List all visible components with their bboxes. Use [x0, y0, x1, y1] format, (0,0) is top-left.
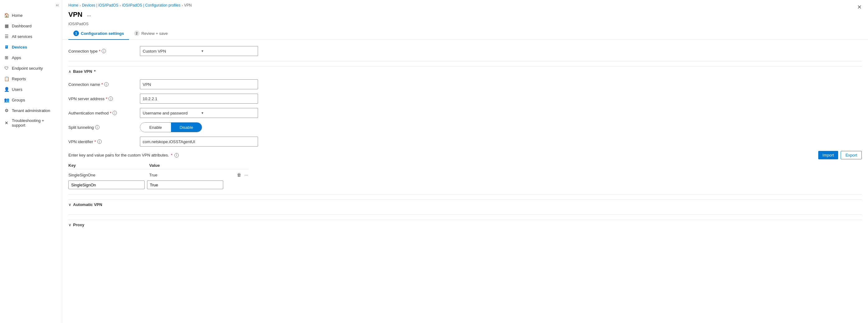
endpoint-security-icon: 🛡	[4, 65, 9, 71]
import-button[interactable]: Import	[818, 151, 838, 159]
sidebar-item-endpoint-security[interactable]: 🛡 Endpoint security	[0, 63, 62, 74]
split-tunneling-label: Split tunneling i	[68, 125, 137, 130]
breadcrumb-sep-3: ›	[182, 3, 183, 7]
sidebar-item-troubleshooting[interactable]: ✕ Troubleshooting + support	[0, 116, 62, 130]
split-tunneling-info-icon[interactable]: i	[95, 125, 99, 129]
auth-method-chevron: ▾	[199, 111, 258, 115]
close-button[interactable]: ✕	[857, 4, 862, 10]
vpn-identifier-row: VPN identifier * i	[68, 137, 862, 147]
kv-col-val-header: Value	[149, 163, 249, 168]
auth-method-label: Authentication method * i	[68, 111, 137, 115]
base-vpn-section-header[interactable]: ∧ Base VPN *	[68, 66, 862, 76]
ellipsis-button[interactable]: ...	[85, 11, 93, 18]
all-services-icon: ☰	[4, 34, 9, 39]
auth-method-select[interactable]: Username and password ▾	[140, 108, 258, 118]
kv-row-value: True	[149, 173, 236, 177]
tab-label-config: Configuration settings	[81, 31, 124, 36]
connection-type-select[interactable]: Custom VPN ▾	[140, 46, 258, 56]
connection-name-input[interactable]	[140, 79, 258, 89]
kv-key-input[interactable]	[68, 180, 145, 189]
kv-row-key: SingleSignOne	[68, 173, 149, 177]
automatic-vpn-section-header[interactable]: ∨ Automatic VPN	[68, 200, 862, 209]
sidebar-item-dashboard[interactable]: ▦ Dashboard	[0, 21, 62, 31]
tabs-bar: 1 Configuration settings 2 Review + save	[62, 28, 868, 40]
divider-3	[68, 214, 862, 215]
tab-label-review: Review + save	[142, 31, 168, 36]
page-subtitle: iOS/iPadOS	[62, 22, 868, 26]
required-asterisk: *	[99, 49, 100, 54]
automatic-vpn-label: Automatic VPN	[73, 202, 102, 207]
automatic-vpn-chevron-icon: ∨	[68, 203, 71, 207]
connection-type-row: Connection type * i Custom VPN ▾	[68, 46, 862, 56]
dashboard-icon: ▦	[4, 23, 9, 29]
proxy-section-header[interactable]: ∨ Proxy	[68, 220, 862, 230]
page-header: VPN ...	[62, 9, 868, 22]
groups-icon: 👥	[4, 97, 9, 103]
tab-number-1: 1	[73, 30, 79, 36]
vpn-server-address-row: VPN server address * i	[68, 94, 862, 104]
sidebar-item-label: Troubleshooting + support	[12, 118, 58, 127]
sidebar-item-label: Home	[12, 13, 23, 18]
breadcrumb-config-profiles[interactable]: iOS/iPadOS | Configuration profiles	[122, 3, 181, 7]
base-vpn-label: Base VPN	[73, 69, 92, 74]
auth-method-info-icon[interactable]: i	[113, 111, 117, 115]
content-area: Connection type * i Custom VPN ▾ ∧ Base …	[62, 40, 868, 323]
divider-1	[68, 61, 862, 61]
breadcrumb-sep-1: ›	[80, 3, 81, 7]
sidebar-item-apps[interactable]: ⊞ Apps	[0, 52, 62, 63]
devices-icon: 🖥	[4, 44, 9, 50]
sidebar-item-devices[interactable]: 🖥 Devices	[0, 42, 62, 52]
breadcrumb-devices[interactable]: Devices | iOS/iPadOS	[82, 3, 119, 7]
auth-method-value: Username and password	[140, 111, 199, 115]
divider-2	[68, 194, 862, 195]
kv-label-row: Enter key and value pairs for the custom…	[68, 151, 862, 159]
vpn-identifier-input[interactable]	[140, 137, 258, 147]
sidebar-item-groups[interactable]: 👥 Groups	[0, 95, 62, 105]
connection-name-info-icon[interactable]: i	[104, 82, 108, 87]
kv-table: Key Value SingleSignOne True 🗑 ···	[68, 162, 249, 189]
proxy-chevron-icon: ∨	[68, 223, 71, 227]
kv-value-input[interactable]	[147, 180, 223, 189]
proxy-label: Proxy	[73, 223, 84, 227]
sidebar-item-label: Reports	[12, 77, 26, 81]
breadcrumb-home[interactable]: Home	[68, 3, 79, 7]
breadcrumb: Home › Devices | iOS/iPadOS › iOS/iPadOS…	[62, 0, 868, 9]
vpn-server-address-label: VPN server address * i	[68, 96, 137, 101]
split-tunneling-row: Split tunneling i Enable Disable	[68, 122, 862, 132]
tab-number-2: 2	[134, 30, 140, 36]
vpn-server-address-input[interactable]	[140, 94, 258, 104]
sidebar-item-label: Apps	[12, 55, 21, 60]
kv-more-button[interactable]: ···	[244, 172, 249, 178]
table-row: SingleSignOne True 🗑 ···	[68, 171, 249, 179]
tab-configuration-settings[interactable]: 1 Configuration settings	[68, 28, 129, 40]
split-tunneling-toggle[interactable]: Enable Disable	[140, 122, 202, 132]
base-vpn-chevron-icon: ∧	[68, 69, 71, 74]
export-button[interactable]: Export	[841, 151, 862, 159]
sidebar: ‹‹ 🏠 Home ▦ Dashboard ☰ All services 🖥 D…	[0, 0, 62, 323]
sidebar-item-label: Users	[12, 87, 22, 92]
home-icon: 🏠	[4, 12, 9, 18]
kv-delete-button[interactable]: 🗑	[236, 172, 242, 178]
sidebar-item-label: All services	[12, 34, 32, 39]
kv-section-label: Enter key and value pairs for the custom…	[68, 153, 169, 157]
auth-method-row: Authentication method * i Username and p…	[68, 108, 862, 118]
sidebar-item-reports[interactable]: 📋 Reports	[0, 74, 62, 84]
reports-icon: 📋	[4, 76, 9, 82]
kv-row-actions: 🗑 ···	[236, 172, 249, 178]
sidebar-item-users[interactable]: 👤 Users	[0, 84, 62, 95]
sidebar-item-home[interactable]: 🏠 Home	[0, 10, 62, 21]
sidebar-item-all-services[interactable]: ☰ All services	[0, 31, 62, 42]
vpn-server-address-info-icon[interactable]: i	[108, 96, 113, 101]
toggle-disable-option[interactable]: Disable	[171, 123, 202, 132]
connection-type-info-icon[interactable]: i	[102, 49, 106, 53]
sidebar-item-tenant-admin[interactable]: ⚙ Tenant administration	[0, 105, 62, 116]
connection-type-chevron: ▾	[199, 49, 258, 53]
sidebar-collapse-button[interactable]: ‹‹	[0, 0, 62, 10]
tab-review-save[interactable]: 2 Review + save	[129, 28, 173, 40]
sidebar-item-label: Endpoint security	[12, 66, 43, 71]
main-panel: ✕ Home › Devices | iOS/iPadOS › iOS/iPad…	[62, 0, 868, 323]
vpn-identifier-info-icon[interactable]: i	[97, 139, 102, 144]
toggle-enable-option[interactable]: Enable	[140, 123, 171, 132]
kv-info-icon[interactable]: i	[175, 153, 179, 157]
connection-type-value: Custom VPN	[140, 49, 199, 54]
